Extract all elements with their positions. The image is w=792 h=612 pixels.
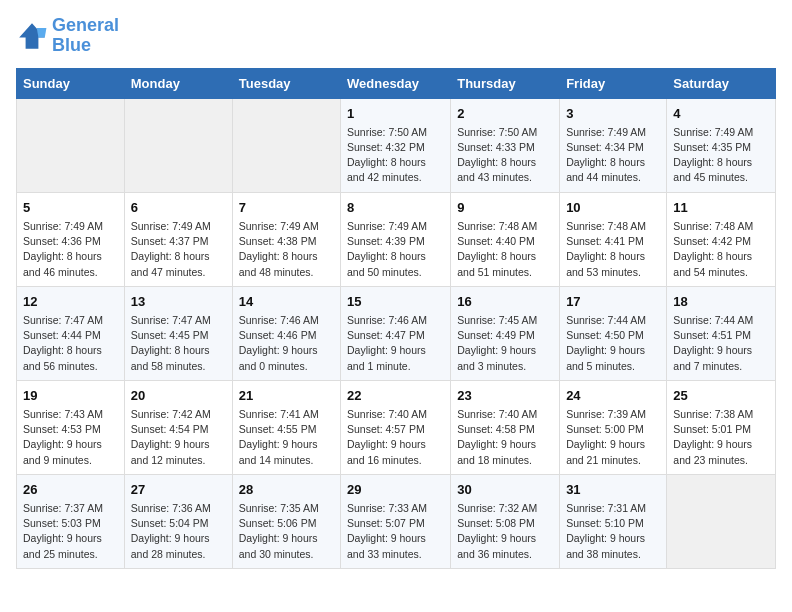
day-info-22: Sunrise: 7:40 AM Sunset: 4:57 PM Dayligh… bbox=[347, 407, 444, 468]
day-info-29: Sunrise: 7:33 AM Sunset: 5:07 PM Dayligh… bbox=[347, 501, 444, 562]
day-cell-6: 6Sunrise: 7:49 AM Sunset: 4:37 PM Daylig… bbox=[124, 192, 232, 286]
day-number-11: 11 bbox=[673, 199, 769, 217]
day-number-24: 24 bbox=[566, 387, 660, 405]
day-info-15: Sunrise: 7:46 AM Sunset: 4:47 PM Dayligh… bbox=[347, 313, 444, 374]
day-info-17: Sunrise: 7:44 AM Sunset: 4:50 PM Dayligh… bbox=[566, 313, 660, 374]
day-cell-1: 1Sunrise: 7:50 AM Sunset: 4:32 PM Daylig… bbox=[341, 98, 451, 192]
day-cell-30: 30Sunrise: 7:32 AM Sunset: 5:08 PM Dayli… bbox=[451, 474, 560, 568]
logo-text: General Blue bbox=[52, 16, 119, 56]
day-number-7: 7 bbox=[239, 199, 334, 217]
week-row-1: 1Sunrise: 7:50 AM Sunset: 4:32 PM Daylig… bbox=[17, 98, 776, 192]
logo: General Blue bbox=[16, 16, 119, 56]
day-info-31: Sunrise: 7:31 AM Sunset: 5:10 PM Dayligh… bbox=[566, 501, 660, 562]
empty-cell bbox=[232, 98, 340, 192]
svg-marker-1 bbox=[37, 28, 47, 38]
day-info-13: Sunrise: 7:47 AM Sunset: 4:45 PM Dayligh… bbox=[131, 313, 226, 374]
day-cell-8: 8Sunrise: 7:49 AM Sunset: 4:39 PM Daylig… bbox=[341, 192, 451, 286]
day-cell-22: 22Sunrise: 7:40 AM Sunset: 4:57 PM Dayli… bbox=[341, 380, 451, 474]
day-number-6: 6 bbox=[131, 199, 226, 217]
day-info-4: Sunrise: 7:49 AM Sunset: 4:35 PM Dayligh… bbox=[673, 125, 769, 186]
day-info-1: Sunrise: 7:50 AM Sunset: 4:32 PM Dayligh… bbox=[347, 125, 444, 186]
week-row-2: 5Sunrise: 7:49 AM Sunset: 4:36 PM Daylig… bbox=[17, 192, 776, 286]
day-number-31: 31 bbox=[566, 481, 660, 499]
day-number-1: 1 bbox=[347, 105, 444, 123]
header-sunday: Sunday bbox=[17, 68, 125, 98]
day-number-12: 12 bbox=[23, 293, 118, 311]
calendar-table: SundayMondayTuesdayWednesdayThursdayFrid… bbox=[16, 68, 776, 569]
day-number-17: 17 bbox=[566, 293, 660, 311]
day-number-16: 16 bbox=[457, 293, 553, 311]
day-info-5: Sunrise: 7:49 AM Sunset: 4:36 PM Dayligh… bbox=[23, 219, 118, 280]
day-info-12: Sunrise: 7:47 AM Sunset: 4:44 PM Dayligh… bbox=[23, 313, 118, 374]
day-number-2: 2 bbox=[457, 105, 553, 123]
day-cell-20: 20Sunrise: 7:42 AM Sunset: 4:54 PM Dayli… bbox=[124, 380, 232, 474]
empty-cell bbox=[667, 474, 776, 568]
day-cell-14: 14Sunrise: 7:46 AM Sunset: 4:46 PM Dayli… bbox=[232, 286, 340, 380]
week-row-4: 19Sunrise: 7:43 AM Sunset: 4:53 PM Dayli… bbox=[17, 380, 776, 474]
day-number-3: 3 bbox=[566, 105, 660, 123]
day-cell-11: 11Sunrise: 7:48 AM Sunset: 4:42 PM Dayli… bbox=[667, 192, 776, 286]
day-cell-19: 19Sunrise: 7:43 AM Sunset: 4:53 PM Dayli… bbox=[17, 380, 125, 474]
day-cell-25: 25Sunrise: 7:38 AM Sunset: 5:01 PM Dayli… bbox=[667, 380, 776, 474]
day-cell-18: 18Sunrise: 7:44 AM Sunset: 4:51 PM Dayli… bbox=[667, 286, 776, 380]
day-info-25: Sunrise: 7:38 AM Sunset: 5:01 PM Dayligh… bbox=[673, 407, 769, 468]
week-row-3: 12Sunrise: 7:47 AM Sunset: 4:44 PM Dayli… bbox=[17, 286, 776, 380]
day-cell-26: 26Sunrise: 7:37 AM Sunset: 5:03 PM Dayli… bbox=[17, 474, 125, 568]
day-info-19: Sunrise: 7:43 AM Sunset: 4:53 PM Dayligh… bbox=[23, 407, 118, 468]
day-number-19: 19 bbox=[23, 387, 118, 405]
day-cell-24: 24Sunrise: 7:39 AM Sunset: 5:00 PM Dayli… bbox=[560, 380, 667, 474]
day-info-30: Sunrise: 7:32 AM Sunset: 5:08 PM Dayligh… bbox=[457, 501, 553, 562]
day-info-28: Sunrise: 7:35 AM Sunset: 5:06 PM Dayligh… bbox=[239, 501, 334, 562]
day-number-25: 25 bbox=[673, 387, 769, 405]
day-info-8: Sunrise: 7:49 AM Sunset: 4:39 PM Dayligh… bbox=[347, 219, 444, 280]
day-cell-13: 13Sunrise: 7:47 AM Sunset: 4:45 PM Dayli… bbox=[124, 286, 232, 380]
logo-icon bbox=[16, 20, 48, 52]
page-header: General Blue bbox=[16, 16, 776, 56]
day-info-18: Sunrise: 7:44 AM Sunset: 4:51 PM Dayligh… bbox=[673, 313, 769, 374]
day-info-14: Sunrise: 7:46 AM Sunset: 4:46 PM Dayligh… bbox=[239, 313, 334, 374]
day-number-26: 26 bbox=[23, 481, 118, 499]
day-info-21: Sunrise: 7:41 AM Sunset: 4:55 PM Dayligh… bbox=[239, 407, 334, 468]
day-cell-21: 21Sunrise: 7:41 AM Sunset: 4:55 PM Dayli… bbox=[232, 380, 340, 474]
header-wednesday: Wednesday bbox=[341, 68, 451, 98]
day-cell-29: 29Sunrise: 7:33 AM Sunset: 5:07 PM Dayli… bbox=[341, 474, 451, 568]
day-cell-23: 23Sunrise: 7:40 AM Sunset: 4:58 PM Dayli… bbox=[451, 380, 560, 474]
day-cell-5: 5Sunrise: 7:49 AM Sunset: 4:36 PM Daylig… bbox=[17, 192, 125, 286]
day-number-5: 5 bbox=[23, 199, 118, 217]
day-number-27: 27 bbox=[131, 481, 226, 499]
header-saturday: Saturday bbox=[667, 68, 776, 98]
day-info-11: Sunrise: 7:48 AM Sunset: 4:42 PM Dayligh… bbox=[673, 219, 769, 280]
day-number-8: 8 bbox=[347, 199, 444, 217]
header-tuesday: Tuesday bbox=[232, 68, 340, 98]
day-cell-3: 3Sunrise: 7:49 AM Sunset: 4:34 PM Daylig… bbox=[560, 98, 667, 192]
day-number-13: 13 bbox=[131, 293, 226, 311]
day-info-24: Sunrise: 7:39 AM Sunset: 5:00 PM Dayligh… bbox=[566, 407, 660, 468]
day-cell-12: 12Sunrise: 7:47 AM Sunset: 4:44 PM Dayli… bbox=[17, 286, 125, 380]
day-info-26: Sunrise: 7:37 AM Sunset: 5:03 PM Dayligh… bbox=[23, 501, 118, 562]
day-number-18: 18 bbox=[673, 293, 769, 311]
day-number-14: 14 bbox=[239, 293, 334, 311]
day-cell-9: 9Sunrise: 7:48 AM Sunset: 4:40 PM Daylig… bbox=[451, 192, 560, 286]
day-number-9: 9 bbox=[457, 199, 553, 217]
day-number-22: 22 bbox=[347, 387, 444, 405]
day-cell-27: 27Sunrise: 7:36 AM Sunset: 5:04 PM Dayli… bbox=[124, 474, 232, 568]
header-thursday: Thursday bbox=[451, 68, 560, 98]
day-number-10: 10 bbox=[566, 199, 660, 217]
day-cell-2: 2Sunrise: 7:50 AM Sunset: 4:33 PM Daylig… bbox=[451, 98, 560, 192]
day-info-16: Sunrise: 7:45 AM Sunset: 4:49 PM Dayligh… bbox=[457, 313, 553, 374]
day-cell-10: 10Sunrise: 7:48 AM Sunset: 4:41 PM Dayli… bbox=[560, 192, 667, 286]
day-info-7: Sunrise: 7:49 AM Sunset: 4:38 PM Dayligh… bbox=[239, 219, 334, 280]
day-number-21: 21 bbox=[239, 387, 334, 405]
day-number-29: 29 bbox=[347, 481, 444, 499]
day-cell-16: 16Sunrise: 7:45 AM Sunset: 4:49 PM Dayli… bbox=[451, 286, 560, 380]
day-cell-4: 4Sunrise: 7:49 AM Sunset: 4:35 PM Daylig… bbox=[667, 98, 776, 192]
day-info-6: Sunrise: 7:49 AM Sunset: 4:37 PM Dayligh… bbox=[131, 219, 226, 280]
day-number-28: 28 bbox=[239, 481, 334, 499]
day-number-23: 23 bbox=[457, 387, 553, 405]
day-cell-17: 17Sunrise: 7:44 AM Sunset: 4:50 PM Dayli… bbox=[560, 286, 667, 380]
header-friday: Friday bbox=[560, 68, 667, 98]
day-info-10: Sunrise: 7:48 AM Sunset: 4:41 PM Dayligh… bbox=[566, 219, 660, 280]
day-cell-31: 31Sunrise: 7:31 AM Sunset: 5:10 PM Dayli… bbox=[560, 474, 667, 568]
day-info-9: Sunrise: 7:48 AM Sunset: 4:40 PM Dayligh… bbox=[457, 219, 553, 280]
header-monday: Monday bbox=[124, 68, 232, 98]
